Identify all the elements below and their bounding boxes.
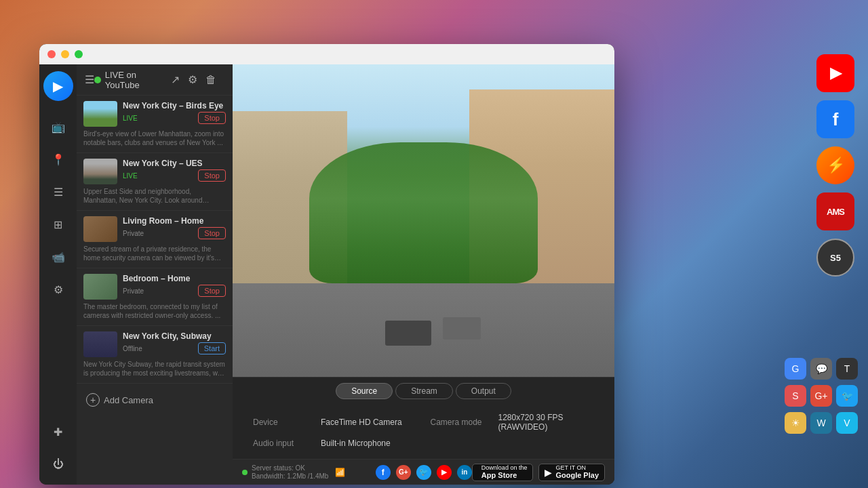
app-store-text: Download on the App Store [481,464,528,481]
server-status-dot [242,470,248,475]
app-footer: Server status: OK Bandwidth: 1.2Mb /1.4M… [233,459,614,485]
add-camera-label: Add Camera [104,395,153,405]
small-icon-s[interactable]: S [785,385,806,407]
start-button[interactable]: Start [198,342,226,354]
small-icon-chat[interactable]: 💬 [810,358,832,380]
status-badge: Private [123,287,144,295]
list-item[interactable]: New York City, Subway Offline Start New … [77,326,233,384]
camera-mode-value: 868x488 30 FPS (RAWVIDEO) [498,413,595,432]
camera-thumbnail [83,159,117,184]
google-play-badge[interactable]: ▶ GET IT ON Google Play [538,464,605,481]
small-icon-wp[interactable]: W [810,412,832,434]
add-camera-button[interactable]: + Add Camera [77,386,233,413]
settings-icon[interactable]: ⚙ [188,73,197,86]
camera-list: ☰ LIVE on YouTube ↗ ⚙ 🗑 New York City – … [77,64,233,485]
list-item[interactable]: Bedroom – Home Private Stop The master b… [77,268,233,326]
audio-input-label: Audio input [253,439,314,448]
social-facebook-icon[interactable]: f [376,465,391,480]
sidebar-item-channels[interactable]: 📺 [45,113,72,140]
list-item[interactable]: New York City – Birds Eye LIVE Stop Bird… [77,96,233,153]
social-youtube-icon[interactable]: ▶ [437,465,452,480]
camera-description: New York City Subway, the rapid transit … [83,360,226,378]
camera-info: New York City – Birds Eye LIVE Stop [123,101,226,124]
live-indicator: LIVE on YouTube [94,70,171,90]
camera-thumbnail [83,101,117,127]
list-item[interactable]: New York City – UES LIVE Stop Upper East… [77,153,233,211]
sidebar-item-list[interactable]: ☰ [45,178,72,205]
device-row: Device FaceTime HD Camera [253,413,417,432]
small-icon-g[interactable]: G [785,358,806,380]
sidebar-item-power[interactable]: ⏻ [45,451,72,478]
facebook-icon[interactable]: f [816,100,854,138]
camera-mode-row: Camera mode 868x488 30 FPS (RAWVIDEO) [431,413,595,432]
app-store-sub-label: Download on the [481,464,528,472]
google-play-text: GET IT ON Google Play [555,464,599,481]
stop-button[interactable]: Stop [198,112,226,124]
social-linkedin-icon[interactable]: in [457,465,472,480]
app-store-badge[interactable]: Download on the App Store [472,464,534,481]
camera-thumbnail [83,216,117,242]
minimize-button[interactable] [61,50,69,58]
app-store-name: App Store [481,471,528,480]
maximize-button[interactable] [75,50,83,58]
server-status-text: Server status: OK Bandwidth: 1.2Mb /1.4M… [252,464,328,481]
camera-name: New York City – UES [123,159,226,168]
camera-name: Living Room – Home [123,216,226,226]
small-icon-t[interactable]: T [836,358,858,380]
desktop-icons: ▶ f ⚡ AMS S5 [816,54,854,277]
status-badge: LIVE [123,172,138,180]
sidebar-item-grid[interactable]: ⊞ [45,211,72,238]
social-gplus-icon[interactable]: G+ [396,465,411,480]
small-icon-vimeo[interactable]: V [836,412,858,434]
ams-icon[interactable]: AMS [816,192,854,230]
title-bar [39,44,614,64]
status-badge: LIVE [123,115,138,122]
sidebar-item-settings[interactable]: ⚙ [45,276,72,303]
camera-info: New York City – UES LIVE Stop [123,159,226,182]
camera-info: New York City, Subway Offline Start [123,331,226,354]
sniper-icon[interactable]: S5 [816,239,854,277]
bandwidth-icon: 📶 [335,468,345,477]
store-badges: Download on the App Store ▶ GET IT ON Go… [472,464,605,481]
video-preview [233,64,614,377]
tab-output[interactable]: Output [456,383,511,399]
status-line1: Server status: OK [252,464,328,472]
share-icon[interactable]: ↗ [171,73,180,86]
google-play-name: Google Play [555,471,599,480]
camera-thumbnail [83,331,117,357]
stop-button[interactable]: Stop [198,227,226,239]
sidebar-item-app-logo[interactable]: ▶ [43,71,73,101]
hamburger-icon[interactable]: ☰ [85,73,94,86]
app-body: ▶ 📺 📍 ☰ ⊞ 📹 ⚙ ✚ [39,64,614,485]
delete-icon[interactable]: 🗑 [205,74,216,86]
tabs-row: Source Stream Output [233,377,614,405]
camera-list-header: ☰ LIVE on YouTube ↗ ⚙ 🗑 [77,64,233,96]
main-content: Source Stream Output Device FaceTime HD … [233,64,614,485]
sidebar-item-video[interactable]: 📹 [45,243,72,270]
status-line2: Bandwidth: 1.2Mb /1.4Mb [252,472,328,481]
small-icon-g2[interactable]: G+ [810,385,832,407]
status-badge: Private [123,230,144,237]
camera-description: Bird's-eye view of Lower Manhattan, zoom… [83,129,226,147]
street-scene [233,64,614,377]
close-button[interactable] [47,50,56,58]
header-actions: ↗ ⚙ 🗑 [171,73,224,86]
youtube-icon[interactable]: ▶ [816,54,854,92]
tab-stream[interactable]: Stream [395,383,453,399]
camera-description: The master bedroom, connected to my list… [83,302,226,320]
social-twitter-icon[interactable]: 🐦 [416,465,431,480]
stop-button[interactable]: Stop [198,169,226,182]
camera-name: New York City, Subway [123,331,226,341]
thunder-icon[interactable]: ⚡ [816,146,854,184]
stop-button[interactable]: Stop [198,285,226,297]
google-play-icon: ▶ [545,467,552,478]
small-icon-sun[interactable]: ☀ [785,412,806,434]
camera-description: Upper East Side and neighborhood, Manhat… [83,187,226,205]
list-item[interactable]: Living Room – Home Private Stop Secured … [77,211,233,268]
sidebar-item-location[interactable]: 📍 [45,146,72,173]
small-icon-tw[interactable]: 🐦 [836,385,858,407]
app-window: ▶ 📺 📍 ☰ ⊞ 📹 ⚙ ✚ [39,44,614,485]
tab-source[interactable]: Source [336,383,393,399]
audio-input-value: Built-in Microphone [321,439,391,448]
sidebar-item-add[interactable]: ✚ [45,418,72,445]
